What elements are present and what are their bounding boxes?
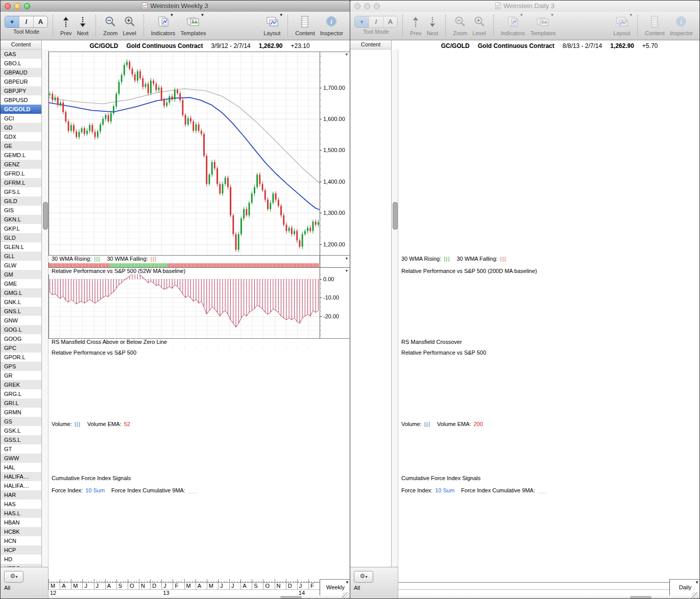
list-item[interactable]: GRI.L xyxy=(1,398,41,408)
list-item[interactable]: GME xyxy=(1,279,41,288)
list-item[interactable]: GFS.L xyxy=(1,187,41,196)
next-button[interactable]: Next xyxy=(77,14,89,36)
list-item[interactable]: GPS xyxy=(1,362,41,371)
indicators-button[interactable]: ▼ Indicators xyxy=(501,14,525,36)
layout-button[interactable]: ▼ Layout xyxy=(263,14,280,36)
list-item[interactable]: GILD xyxy=(1,196,41,206)
list-item[interactable]: GBPAUD xyxy=(1,68,41,77)
pane-price[interactable] xyxy=(49,52,350,256)
list-item[interactable]: GPC xyxy=(1,343,41,353)
prev-button[interactable]: Prev xyxy=(410,14,422,36)
list-item[interactable]: GE xyxy=(1,141,41,151)
content-list-header[interactable]: Content xyxy=(1,40,42,49)
gear-action-button[interactable]: ⚙▾ xyxy=(354,571,373,583)
scrollbar-thumb[interactable] xyxy=(393,202,398,230)
sidebar-scrollbar[interactable] xyxy=(42,49,49,567)
list-item[interactable]: GIS xyxy=(1,206,41,215)
list-item[interactable]: GNS.L xyxy=(1,307,41,316)
title-bar[interactable]: Weinstein Weekly 3 xyxy=(1,1,350,12)
list-item[interactable]: GRMN xyxy=(1,408,41,417)
list-item[interactable]: GNK.L xyxy=(1,297,41,307)
horizontal-scrollbar[interactable] xyxy=(49,595,350,599)
list-item[interactable]: HAS.L xyxy=(1,509,41,518)
axis-scale-menu[interactable]: ▾ xyxy=(344,52,349,57)
list-item[interactable]: GLD xyxy=(1,233,41,242)
crosshair-tool-button[interactable]: + xyxy=(355,16,369,28)
list-item[interactable]: GSK.L xyxy=(1,426,41,435)
list-item[interactable]: GOG.L xyxy=(1,325,41,334)
text-tool-button[interactable]: A xyxy=(383,16,397,28)
list-item[interactable]: GLEN.L xyxy=(1,242,41,252)
list-item[interactable]: HCBK xyxy=(1,527,41,536)
inspector-button[interactable]: i Inspector xyxy=(320,14,343,36)
list-item[interactable]: GLL xyxy=(1,252,41,261)
scrollbar-thumb[interactable] xyxy=(43,202,48,230)
pane-rphist[interactable] xyxy=(49,268,350,339)
list-item[interactable]: GPOR.L xyxy=(1,353,41,362)
title-bar[interactable]: Weinstein Daily 3 xyxy=(350,1,699,12)
list-item[interactable]: GBO.L xyxy=(1,59,41,68)
list-item[interactable]: HD xyxy=(1,555,41,564)
list-item[interactable]: GT xyxy=(1,444,41,454)
horizontal-scrollbar-thumb[interactable] xyxy=(280,596,302,599)
list-item[interactable]: GSS.L xyxy=(1,435,41,444)
gear-action-button[interactable]: ⚙▾ xyxy=(4,571,23,583)
list-item[interactable]: GR xyxy=(1,371,41,380)
layout-button[interactable]: ▼ Layout xyxy=(613,14,630,36)
axis-scale-menu[interactable]: ▾ xyxy=(344,268,349,273)
list-item[interactable]: GFRM.L xyxy=(1,178,41,187)
list-item[interactable]: GRG.L xyxy=(1,389,41,398)
list-item[interactable]: GS xyxy=(1,417,41,426)
line-tool-button[interactable]: / xyxy=(19,16,34,28)
list-item[interactable]: GEMD.L xyxy=(1,151,41,160)
list-item[interactable]: GC/GOLD xyxy=(1,105,41,114)
list-item[interactable]: GD xyxy=(1,123,41,132)
list-item[interactable]: GBPJPY xyxy=(1,86,41,95)
list-item[interactable]: GLW xyxy=(1,261,41,270)
list-item[interactable]: HCP xyxy=(1,545,41,555)
list-item[interactable]: GENZ xyxy=(1,160,41,169)
list-item[interactable]: GKN.L xyxy=(1,215,41,224)
list-item[interactable]: GREK xyxy=(1,380,41,389)
list-item[interactable]: GWW xyxy=(1,454,41,463)
sidebar-scrollbar[interactable] xyxy=(392,49,398,567)
templates-button[interactable]: ▼ Templates xyxy=(180,14,206,36)
list-item[interactable]: HAL xyxy=(1,463,41,472)
list-item[interactable]: HALIFA… xyxy=(1,481,41,490)
list-item[interactable]: GAS xyxy=(1,49,41,59)
list-item[interactable]: GNW xyxy=(1,316,41,325)
content-list-header[interactable]: Content xyxy=(350,40,392,49)
inspector-button[interactable]: i Inspector xyxy=(670,14,693,36)
horizontal-scrollbar[interactable] xyxy=(398,595,700,599)
list-item[interactable]: HAS xyxy=(1,500,41,509)
list-item[interactable]: GM xyxy=(1,270,41,279)
list-item[interactable]: HAR xyxy=(1,490,41,500)
resize-grip[interactable] xyxy=(692,592,699,599)
next-button[interactable]: Next xyxy=(427,14,439,36)
list-item[interactable]: GBPEUR xyxy=(1,77,41,86)
content-button[interactable]: Content xyxy=(295,14,315,36)
list-item[interactable]: GDX xyxy=(1,132,41,141)
resize-grip[interactable] xyxy=(342,592,349,599)
list-item[interactable]: HALIFA… xyxy=(1,472,41,481)
list-item[interactable]: GMG.L xyxy=(1,288,41,297)
list-item[interactable]: HCN xyxy=(1,536,41,545)
list-item[interactable]: GCI xyxy=(1,114,41,123)
text-tool-button[interactable]: A xyxy=(34,16,47,28)
prev-button[interactable]: Prev xyxy=(60,14,72,36)
zoom-in-button[interactable]: Level xyxy=(472,14,486,36)
list-item[interactable]: GBPUSD xyxy=(1,95,41,105)
list-item[interactable]: GKP.L xyxy=(1,224,41,233)
zoom-out-button[interactable]: Zoom xyxy=(103,14,117,36)
axis-scale-menu[interactable]: ▾ xyxy=(344,256,349,261)
content-button[interactable]: Content xyxy=(645,14,665,36)
horizontal-scrollbar-thumb[interactable] xyxy=(630,596,651,599)
zoom-out-button[interactable]: Zoom xyxy=(453,14,467,36)
zoom-in-button[interactable]: Level xyxy=(123,14,136,36)
list-item[interactable]: GFRD.L xyxy=(1,169,41,178)
list-item[interactable]: GOOG xyxy=(1,334,41,343)
indicators-button[interactable]: ▼ Indicators xyxy=(151,14,176,36)
crosshair-tool-button[interactable]: + xyxy=(5,16,19,28)
templates-button[interactable]: ▼ Templates xyxy=(530,14,556,36)
line-tool-button[interactable]: / xyxy=(369,16,383,28)
